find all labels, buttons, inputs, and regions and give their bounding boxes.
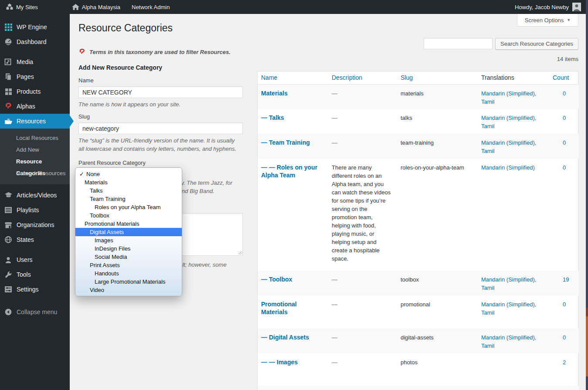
site-name-label: Alpha Malaysia bbox=[82, 4, 120, 10]
column-header-slug: Slug bbox=[396, 71, 477, 84]
search-resource-categories-button[interactable]: Search Resource Categories bbox=[495, 38, 578, 50]
list-icon bbox=[4, 206, 13, 214]
avatar[interactable] bbox=[572, 3, 581, 11]
table-row: Materials — materials Mandarin (Simplifi… bbox=[258, 84, 579, 109]
dropdown-option-promotional-materials[interactable]: Promotional Materials bbox=[75, 220, 182, 228]
page-title: Resource Categories bbox=[78, 22, 173, 34]
sidebar-label: Dashboard bbox=[17, 38, 47, 45]
column-header-translations: Translations bbox=[477, 71, 544, 84]
dropdown-option-indesign-files[interactable]: InDesign Files bbox=[75, 244, 182, 253]
dropdown-option-toolbox[interactable]: Toolbox bbox=[75, 211, 182, 220]
table-row: — Digital Assets — digital-assets Mandar… bbox=[258, 329, 579, 353]
submenu-item-network-resources[interactable]: Network Resources bbox=[0, 167, 70, 179]
submenu-item-local-resources[interactable]: Local Resources bbox=[0, 132, 70, 144]
wp-engine-icon bbox=[4, 23, 13, 31]
submenu-item-resource-categories[interactable]: Resource Categories bbox=[0, 156, 70, 167]
taxonomy-notice: Terms in this taxonomy are used to filte… bbox=[78, 48, 231, 55]
my-sites-icon bbox=[6, 3, 14, 10]
sidebar-label: Pages bbox=[17, 73, 34, 80]
wrench-icon bbox=[4, 270, 13, 279]
dropdown-option-talks[interactable]: Talks bbox=[75, 187, 182, 195]
submenu-item-add-new[interactable]: Add New bbox=[0, 144, 70, 156]
sidebar-item-media[interactable]: Media bbox=[0, 54, 70, 69]
sidebar-item-alphas[interactable]: Alphas bbox=[0, 99, 70, 114]
sidebar-label: Resources bbox=[17, 118, 46, 125]
sidebar-item-states[interactable]: States bbox=[0, 232, 70, 247]
collapse-arrow-icon bbox=[4, 308, 13, 316]
sidebar-label: Playlists bbox=[17, 207, 39, 214]
column-header-count: Count bbox=[544, 71, 579, 84]
slug-label: Slug bbox=[78, 113, 90, 120]
table-row: — Talks — talks Mandarin (Simplified), T… bbox=[258, 109, 579, 134]
search-input[interactable] bbox=[424, 38, 493, 49]
background-window-sliver bbox=[586, 0, 588, 390]
settings-icon bbox=[4, 285, 13, 294]
sidebar-label: Media bbox=[17, 58, 33, 65]
dropdown-option-none[interactable]: ✓ None bbox=[75, 170, 182, 178]
dropdown-option-materials[interactable]: Materials bbox=[75, 178, 182, 187]
sidebar-label: Tools bbox=[17, 271, 31, 278]
user-icon bbox=[4, 255, 13, 264]
sidebar-item-articles-videos[interactable]: Articles/Videos bbox=[0, 188, 70, 203]
resources-submenu: Local Resources Add New Resource Categor… bbox=[0, 129, 70, 184]
dropdown-option-images[interactable]: Images bbox=[75, 236, 182, 244]
dropdown-option-large-promotional-materials[interactable]: Large Promotional Materials bbox=[75, 278, 182, 286]
dropdown-option-roles-on-your-alpha-team[interactable]: Roles on your Alpha Team bbox=[75, 203, 182, 211]
name-help: The name is how it appears on your site. bbox=[78, 100, 180, 109]
main-content: Screen Options ▼ Resource Categories Sea… bbox=[70, 14, 586, 390]
sidebar-label: Users bbox=[17, 256, 33, 263]
sidebar-item-dashboard[interactable]: Dashboard bbox=[0, 34, 70, 49]
sidebar-item-users[interactable]: Users bbox=[0, 252, 70, 267]
sidebar-label: Alphas bbox=[17, 103, 35, 110]
table-row-partial bbox=[258, 386, 579, 390]
dropdown-option-team-training[interactable]: Team Training bbox=[75, 195, 182, 203]
sidebar-label: Articles/Videos bbox=[17, 192, 57, 199]
table-row: Promotional Materials — promotional Mand… bbox=[258, 295, 579, 329]
sidebar-item-tools[interactable]: Tools bbox=[0, 267, 70, 282]
sidebar-label: Collapse menu bbox=[17, 309, 57, 315]
media-icon bbox=[4, 58, 13, 66]
sidebar-item-products[interactable]: Products bbox=[0, 84, 70, 99]
sidebar-label: Settings bbox=[17, 286, 39, 293]
resource-categories-table: Name Description Slug Translations Count… bbox=[257, 71, 578, 390]
network-admin-menu[interactable]: Network Admin bbox=[126, 0, 175, 14]
home-icon bbox=[72, 4, 79, 10]
sidebar-label: States bbox=[17, 236, 34, 243]
storefront-icon bbox=[4, 220, 13, 229]
items-count: 14 items bbox=[491, 56, 578, 62]
network-admin-label: Network Admin bbox=[132, 4, 170, 10]
screen-options-button[interactable]: Screen Options ▼ bbox=[517, 14, 578, 27]
sidebar-item-organizations[interactable]: Organizations bbox=[0, 217, 70, 232]
products-icon bbox=[4, 87, 13, 96]
add-new-heading: Add New Resource Category bbox=[78, 64, 162, 71]
sidebar-item-pages[interactable]: Pages bbox=[0, 69, 70, 84]
sidebar-item-settings[interactable]: Settings bbox=[0, 282, 70, 297]
dropdown-option-video[interactable]: Video bbox=[75, 286, 182, 294]
my-sites-label: My Sites bbox=[16, 4, 38, 10]
dropdown-option-print-assets[interactable]: Print Assets bbox=[75, 261, 182, 269]
my-sites-menu[interactable]: My Sites bbox=[0, 0, 44, 14]
current-site-menu[interactable]: Alpha Malaysia bbox=[66, 0, 126, 14]
sidebar-item-playlists[interactable]: Playlists bbox=[0, 203, 70, 217]
alpha-logo-icon bbox=[78, 48, 85, 55]
sidebar-item-wp-engine[interactable]: WP Engine bbox=[0, 20, 70, 34]
table-header-row: Name Description Slug Translations Count bbox=[258, 71, 579, 84]
table-row: — — Images — photos 2 bbox=[258, 353, 579, 386]
howdy-label[interactable]: Howdy, Jacob Newby bbox=[515, 4, 569, 10]
dropdown-option-social-media[interactable]: Social Media bbox=[75, 253, 182, 261]
column-header-description: Description bbox=[327, 71, 396, 84]
column-header-name: Name bbox=[258, 71, 327, 84]
sidebar-item-resources[interactable]: Resources bbox=[0, 114, 70, 129]
admin-bar: My Sites Alpha Malaysia Network Admin Ho… bbox=[0, 0, 586, 14]
collapse-menu-button[interactable]: Collapse menu bbox=[0, 305, 70, 319]
checkmark-icon: ✓ bbox=[79, 170, 84, 178]
dropdown-option-digital-assets[interactable]: Digital Assets bbox=[75, 228, 182, 236]
chevron-down-icon: ▼ bbox=[567, 18, 571, 22]
slug-field[interactable] bbox=[78, 122, 243, 134]
name-label: Name bbox=[78, 77, 94, 84]
dropdown-option-handouts[interactable]: Handouts bbox=[75, 269, 182, 278]
sidebar-label: Organizations bbox=[17, 221, 54, 228]
name-field[interactable] bbox=[78, 86, 243, 98]
sidebar: WP Engine Dashboard Media bbox=[0, 14, 70, 390]
pages-icon bbox=[4, 72, 13, 81]
